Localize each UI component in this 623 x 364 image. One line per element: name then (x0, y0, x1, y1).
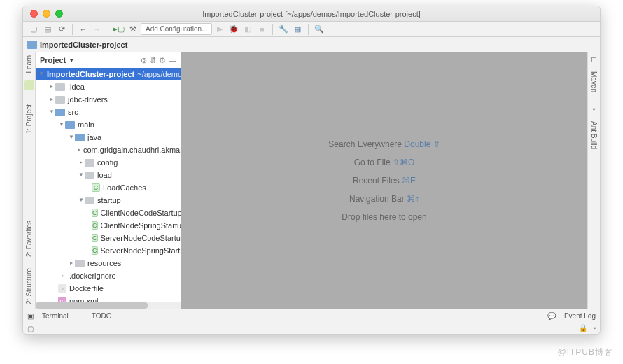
tree-root-selected[interactable]: ▼ ImportedCluster-project ~/apps/demos/I… (36, 68, 181, 80)
gear-icon[interactable]: ⚙ (159, 56, 166, 65)
tree-label: LoadCaches (103, 181, 146, 194)
tree-label: Dockerfile (69, 282, 104, 295)
ide-window: ImportedCluster-project [~/apps/demos/Im… (22, 6, 601, 335)
todo-icon[interactable]: ☰ (77, 312, 83, 320)
save-icon[interactable]: ▤ (41, 23, 54, 36)
separator (272, 24, 273, 35)
watermark: @ITPUB博客 (557, 346, 613, 358)
folder-icon (55, 108, 65, 116)
tree-item[interactable]: ▸config (36, 156, 181, 169)
tree-label: com.gridgain.chaudhri.akmal.model (83, 144, 181, 156)
forward-icon[interactable]: → (91, 23, 104, 36)
folder-icon (55, 83, 65, 91)
tree-item[interactable]: ▼src (36, 106, 181, 118)
tab-terminal[interactable]: Terminal (42, 312, 69, 320)
tab-todo[interactable]: TODO (92, 312, 112, 320)
tab-event-log[interactable]: Event Log (564, 312, 596, 320)
hint-drop-files: Drop files here to open (342, 212, 426, 222)
tree-item[interactable]: CClientNodeCodeStartup (36, 206, 181, 219)
horizontal-scrollbar[interactable] (36, 302, 181, 309)
tab-ant[interactable]: Ant Build (590, 121, 598, 149)
tree-label: ClientNodeSpringStartup (101, 219, 181, 232)
structure-icon[interactable]: ▦ (291, 23, 304, 36)
ant-icon[interactable]: ▪ (593, 105, 596, 113)
tab-maven[interactable]: Maven (590, 71, 598, 92)
package-icon (85, 172, 94, 179)
tree-item[interactable]: CServerNodeSpringStartup (36, 244, 181, 257)
hide-icon[interactable]: — (169, 56, 176, 64)
maven-icon[interactable]: m (591, 55, 596, 63)
tree-item[interactable]: ▼main (36, 118, 181, 131)
coverage-icon[interactable]: ◧ (241, 23, 254, 36)
tree-label: .dockerignore (69, 270, 116, 282)
tree-label: startup (97, 194, 121, 206)
class-icon: C (92, 246, 98, 255)
indicator-icon[interactable]: ▪ (593, 324, 596, 332)
file-icon: ▫ (58, 284, 66, 293)
tree-item[interactable]: ▫.dockerignore (36, 270, 181, 282)
refresh-icon[interactable]: ⟳ (55, 23, 68, 36)
hammer-icon[interactable]: ⚒ (127, 23, 139, 36)
file-icon: ▫ (58, 272, 66, 280)
learn-icon[interactable] (24, 80, 34, 90)
hint-navigation-bar: Navigation Bar ⌘↑ (349, 194, 419, 204)
tool-window-icon[interactable]: ▢ (27, 325, 34, 332)
tree-item[interactable]: ▸com.gridgain.chaudhri.akmal.model (36, 144, 181, 156)
terminal-icon[interactable]: ▣ (27, 312, 34, 320)
add-configuration-button[interactable]: Add Configuration... (141, 23, 212, 35)
main-area: Learn 1: Project Project ▼ ⊚ ⇵ ⚙ — ▼ Imp… (23, 52, 600, 309)
editor-empty-state[interactable]: Search Everywhere Double ⇧ Go to File ⇧⌘… (181, 52, 587, 309)
tree-label: ServerNodeCodeStartup (101, 232, 181, 244)
package-icon (85, 197, 94, 204)
tree-item[interactable]: ▼load (36, 169, 181, 181)
tree-item[interactable]: ▸jdbc-drivers (36, 93, 181, 106)
folder-icon (65, 121, 75, 129)
run-icon[interactable]: ▶ (214, 23, 226, 36)
package-icon (85, 159, 94, 167)
hint-go-to-file: Go to File ⇧⌘O (354, 158, 415, 167)
tree-item[interactable]: ▼startup (36, 194, 181, 206)
tree-item[interactable]: CServerNodeCodeStartup (36, 232, 181, 244)
tree-item[interactable]: ▸.idea (36, 80, 181, 93)
chevron-down-icon[interactable]: ▼ (69, 57, 74, 64)
stop-icon[interactable]: ■ (255, 23, 268, 36)
build-icon[interactable]: ▸▢ (113, 23, 125, 36)
collapse-icon[interactable]: ⇵ (150, 56, 156, 65)
tree-label: java (88, 131, 102, 144)
project-tree[interactable]: ▼ ImportedCluster-project ~/apps/demos/I… (36, 68, 181, 309)
tree-item[interactable]: CLoadCaches (36, 181, 181, 194)
tree-label: ServerNodeSpringStartup (101, 244, 181, 257)
separator (308, 24, 309, 35)
debug-icon[interactable]: 🐞 (227, 23, 240, 36)
hint-recent-files: Recent Files ⌘E (353, 176, 416, 186)
target-icon[interactable]: ⊚ (141, 56, 147, 65)
wrench-icon[interactable]: 🔧 (277, 23, 290, 36)
class-icon: C (92, 221, 98, 230)
panel-title[interactable]: Project (40, 56, 66, 64)
tree-label: resources (88, 257, 121, 270)
tab-favorites[interactable]: 2: Favorites (25, 220, 33, 257)
scrollbar-thumb[interactable] (36, 302, 148, 309)
tab-learn[interactable]: Learn (25, 55, 33, 74)
tree-item[interactable]: CClientNodeSpringStartup (36, 219, 181, 232)
open-icon[interactable]: ▢ (27, 23, 40, 36)
back-icon[interactable]: ← (77, 23, 90, 36)
tree-item[interactable]: ▸resources (36, 257, 181, 270)
tree-item[interactable]: ▫Dockerfile (36, 282, 181, 295)
tree-label: jdbc-drivers (68, 93, 108, 106)
project-panel-header: Project ▼ ⊚ ⇵ ⚙ — (36, 52, 181, 68)
footer-bar: ▢ 🔒 ▪ (23, 323, 600, 334)
left-bottom-strip: 2: Favorites 2: Structure (23, 211, 36, 309)
tree-label: src (68, 106, 78, 118)
search-icon[interactable]: 🔍 (313, 23, 326, 36)
lock-icon[interactable]: 🔒 (579, 324, 587, 332)
tab-structure[interactable]: 2: Structure (25, 268, 33, 304)
titlebar: ImportedCluster-project [~/apps/demos/Im… (23, 6, 600, 22)
tree-item[interactable]: ▼java (36, 131, 181, 144)
tab-project[interactable]: 1: Project (25, 104, 33, 134)
main-toolbar: ▢ ▤ ⟳ ← → ▸▢ ⚒ Add Configuration... ▶ 🐞 … (23, 22, 600, 37)
breadcrumb-project[interactable]: ImportedCluster-project (40, 41, 127, 49)
event-log-icon[interactable]: 💬 (547, 312, 556, 320)
root-path: ~/apps/demos/ImportedCluster-project (137, 68, 181, 80)
folder-icon (55, 96, 65, 104)
